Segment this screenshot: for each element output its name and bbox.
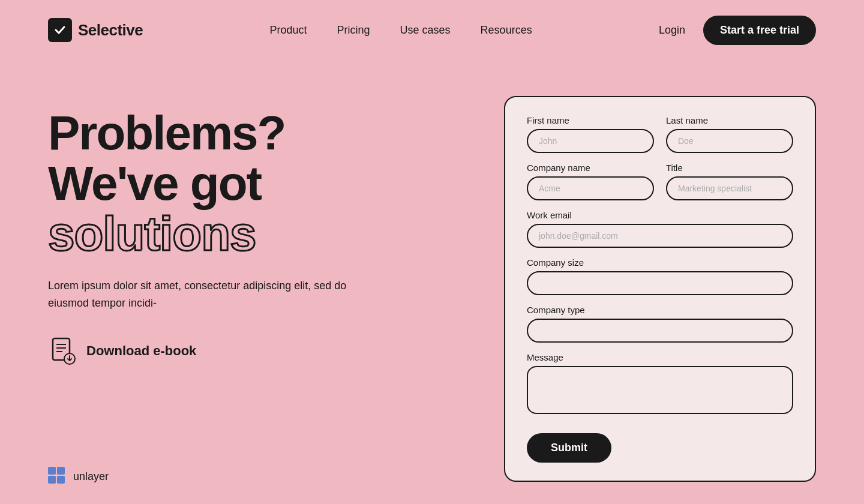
company-title-row: Company name Title	[527, 163, 793, 200]
nav-link-product[interactable]: Product	[269, 24, 307, 37]
right-section: First name Last name Company name Title	[504, 96, 816, 482]
company-name-input[interactable]	[527, 176, 654, 200]
message-group: Message	[527, 352, 793, 414]
logo-area[interactable]: Selective	[48, 18, 143, 42]
work-email-input[interactable]	[527, 224, 793, 248]
ebook-icon	[48, 336, 78, 366]
first-name-input[interactable]	[527, 129, 654, 153]
first-name-label: First name	[527, 115, 654, 125]
company-type-select[interactable]: Startup Enterprise Agency	[527, 319, 793, 343]
company-size-group: Company size 1-10 11-50 51-200 200+	[527, 257, 793, 295]
main-content: Problems? We've got solutions Lorem ipsu…	[0, 60, 864, 482]
download-ebook-link[interactable]: Download e-book	[48, 336, 504, 366]
hero-description: Lorem ipsum dolor sit amet, consectetur …	[48, 277, 348, 312]
nav-link-pricing[interactable]: Pricing	[337, 24, 370, 37]
message-label: Message	[527, 352, 793, 362]
company-name-label: Company name	[527, 163, 654, 173]
login-link[interactable]: Login	[659, 24, 685, 37]
message-input[interactable]	[527, 366, 793, 414]
name-row: First name Last name	[527, 115, 793, 153]
nav-link-resources[interactable]: Resources	[481, 24, 532, 37]
company-type-group: Company type Startup Enterprise Agency	[527, 305, 793, 343]
unlayer-text: unlayer	[73, 470, 109, 483]
company-type-label: Company type	[527, 305, 793, 315]
headline-line2: We've got	[48, 158, 504, 209]
first-name-group: First name	[527, 115, 654, 153]
svg-rect-6	[48, 467, 56, 475]
ebook-text: Download e-book	[86, 343, 196, 359]
svg-rect-9	[57, 476, 65, 484]
left-section: Problems? We've got solutions Lorem ipsu…	[48, 96, 504, 366]
company-name-group: Company name	[527, 163, 654, 200]
nav-links: Product Pricing Use cases Resources	[269, 24, 532, 37]
work-email-label: Work email	[527, 210, 793, 220]
submit-button[interactable]: Submit	[527, 433, 611, 463]
company-size-label: Company size	[527, 257, 793, 268]
last-name-label: Last name	[666, 115, 793, 125]
logo-icon	[48, 18, 72, 42]
svg-rect-7	[48, 476, 56, 484]
company-size-select[interactable]: 1-10 11-50 51-200 200+	[527, 271, 793, 295]
start-trial-button[interactable]: Start a free trial	[703, 16, 816, 45]
unlayer-grid-icon	[48, 467, 67, 486]
title-input[interactable]	[666, 176, 793, 200]
nav-right: Login Start a free trial	[659, 16, 816, 45]
title-label: Title	[666, 163, 793, 173]
last-name-group: Last name	[666, 115, 793, 153]
contact-form-card: First name Last name Company name Title	[504, 96, 816, 482]
unlayer-badge: unlayer	[48, 467, 109, 486]
headline-line1: Problems?	[48, 108, 504, 158]
title-group: Title	[666, 163, 793, 200]
svg-rect-8	[57, 467, 65, 475]
logo-text: Selective	[78, 21, 143, 40]
nav-link-use-cases[interactable]: Use cases	[400, 24, 451, 37]
headline-line3: solutions	[48, 209, 504, 259]
work-email-group: Work email	[527, 210, 793, 248]
navbar: Selective Product Pricing Use cases Reso…	[0, 0, 864, 60]
last-name-input[interactable]	[666, 129, 793, 153]
